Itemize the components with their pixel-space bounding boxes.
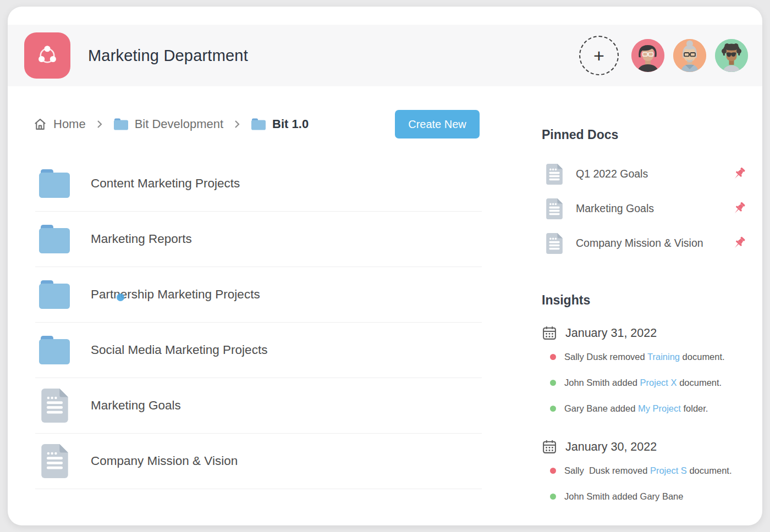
- insight-group: January 30, 2022 Sally Dusk removed Proj…: [542, 436, 756, 509]
- folder-icon: [113, 118, 129, 131]
- file-row-folder[interactable]: Content Marketing Projects: [35, 156, 482, 212]
- insights-title: Insights: [542, 293, 756, 308]
- insight-event-text: John Smith added Project X document.: [564, 378, 722, 388]
- file-row-folder[interactable]: Social Media Marketing Projects: [35, 323, 482, 378]
- file-row-document[interactable]: Marketing Goals: [35, 378, 482, 434]
- folder-icon: [37, 336, 72, 364]
- insight-event-text: Sally Dusk removed Project S document.: [564, 465, 732, 476]
- pinned-doc-label: Company Mission & Vision: [576, 237, 703, 250]
- insight-event: John Smith added Project X document.: [542, 370, 756, 396]
- pinned-docs-list: Q1 2022 Goals: [542, 157, 746, 261]
- insight-event: Sally Dusk removed Training document.: [542, 344, 756, 370]
- folder-icon: [37, 169, 72, 198]
- insight-date: January 31, 2022: [565, 326, 657, 340]
- insight-event-text: Sally Dusk removed Training document.: [564, 352, 725, 362]
- add-member-button[interactable]: +: [579, 36, 619, 75]
- plus-icon: +: [593, 45, 604, 66]
- file-list: Content Marketing Projects Marketing Rep…: [35, 156, 482, 489]
- folder-icon: [37, 225, 72, 253]
- breadcrumb-item-bit-development[interactable]: Bit Development: [113, 117, 223, 131]
- added-dot-icon: [550, 380, 556, 386]
- calendar-icon: [542, 325, 557, 341]
- avatar[interactable]: [715, 39, 748, 72]
- event-link[interactable]: Training: [647, 352, 680, 362]
- insight-date-row: January 31, 2022: [542, 322, 756, 344]
- added-dot-icon: [550, 494, 556, 500]
- insight-event: Sally Dusk removed Project S document.: [542, 458, 756, 484]
- page-title: Marketing Department: [88, 47, 248, 65]
- workspace-card: Marketing Department +: [8, 7, 762, 525]
- header: Marketing Department +: [8, 25, 762, 86]
- event-text-pre: Sally Dusk removed: [564, 465, 650, 475]
- event-text-pre: Sally Dusk removed: [564, 352, 647, 362]
- breadcrumb-item-bit-1-0[interactable]: Bit 1.0: [251, 117, 309, 131]
- pinned-docs-title: Pinned Docs: [542, 128, 746, 142]
- file-label: Social Media Marketing Projects: [91, 343, 267, 357]
- document-icon: [37, 389, 72, 423]
- create-new-button[interactable]: Create New: [395, 110, 480, 138]
- event-text-pre: John Smith added: [564, 378, 640, 387]
- pinned-doc-item[interactable]: Company Mission & Vision: [542, 226, 746, 261]
- pin-icon[interactable]: [732, 201, 746, 216]
- event-link[interactable]: Project X: [640, 378, 677, 387]
- event-text-post: folder.: [681, 403, 708, 413]
- insights-section: Insights January 31, 2022: [542, 293, 756, 509]
- document-icon: [546, 233, 563, 254]
- folder-icon: [251, 118, 266, 131]
- breadcrumb-label: Home: [53, 117, 86, 131]
- avatar[interactable]: [673, 39, 706, 72]
- insight-group: January 31, 2022 Sally Dusk removed Trai…: [542, 322, 756, 422]
- header-actions: +: [579, 36, 748, 75]
- event-text-post: document.: [687, 465, 732, 475]
- removed-dot-icon: [550, 354, 556, 360]
- file-row-folder[interactable]: Marketing Reports: [35, 212, 482, 267]
- file-label: Marketing Goals: [91, 398, 181, 413]
- added-dot-icon: [550, 406, 556, 412]
- chevron-right-icon: [94, 118, 105, 131]
- pinned-doc-item[interactable]: Q1 2022 Goals: [542, 157, 746, 191]
- pin-icon[interactable]: [732, 236, 746, 251]
- pinned-doc-label: Q1 2022 Goals: [576, 168, 648, 180]
- app-logo[interactable]: [24, 32, 70, 79]
- pinned-doc-item[interactable]: Marketing Goals: [542, 191, 746, 226]
- removed-dot-icon: [550, 468, 556, 474]
- breadcrumb-item-home[interactable]: Home: [33, 117, 86, 131]
- insight-event: John Smith added Gary Bane: [542, 484, 756, 509]
- pinned-doc-label: Marketing Goals: [576, 202, 654, 215]
- avatar[interactable]: [631, 39, 664, 72]
- document-icon: [546, 164, 563, 185]
- insight-event-text: Gary Bane added My Project folder.: [564, 403, 708, 414]
- file-label: Company Mission & Vision: [91, 454, 238, 468]
- pin-icon[interactable]: [732, 167, 746, 181]
- insight-event: Gary Bane added My Project folder.: [542, 396, 756, 422]
- file-label: Marketing Reports: [91, 232, 192, 246]
- chevron-right-icon: [232, 118, 243, 131]
- pinned-docs-section: Pinned Docs Q1 2022 Goals: [542, 128, 746, 261]
- document-icon: [37, 444, 72, 478]
- event-text-post: document.: [677, 378, 722, 387]
- share-icon: [35, 43, 60, 68]
- event-text-post: document.: [680, 352, 725, 362]
- breadcrumb-label-current: Bit 1.0: [272, 117, 309, 131]
- event-text-pre: John Smith added Gary Bane: [564, 491, 683, 501]
- file-label: Content Marketing Projects: [91, 176, 240, 191]
- breadcrumb-label: Bit Development: [135, 117, 223, 131]
- folder-icon: [37, 280, 72, 309]
- home-icon: [33, 117, 47, 131]
- insight-date: January 30, 2022: [565, 440, 657, 454]
- file-label: Partnership Marketing Projects: [91, 287, 260, 302]
- file-row-folder[interactable]: Partnership Marketing Projects: [35, 267, 482, 323]
- document-icon: [546, 198, 563, 219]
- insight-event-text: John Smith added Gary Bane: [564, 491, 683, 502]
- file-row-document[interactable]: Company Mission & Vision: [35, 434, 482, 489]
- event-link[interactable]: Project S: [650, 465, 687, 475]
- calendar-icon: [542, 439, 557, 455]
- insight-date-row: January 30, 2022: [542, 436, 756, 458]
- event-link[interactable]: My Project: [638, 403, 681, 413]
- event-text-pre: Gary Bane added: [564, 403, 638, 413]
